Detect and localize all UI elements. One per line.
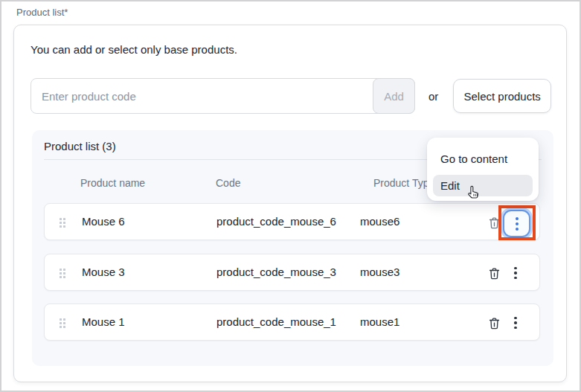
cell-product-type: mouse3: [360, 266, 399, 278]
drag-handle-icon[interactable]: [60, 269, 65, 278]
select-products-button[interactable]: Select products: [453, 79, 551, 113]
cell-product-name: Mouse 1: [82, 315, 125, 328]
kebab-icon: [516, 217, 519, 231]
product-code-input-wrap: Add: [31, 78, 415, 114]
trash-icon: [487, 316, 501, 330]
trash-icon: [487, 266, 501, 280]
table-row: Mouse 6 product_code_mouse_6 mouse6: [44, 203, 540, 240]
kebab-icon: [514, 317, 517, 330]
table-row: Mouse 1 product_code_mouse_1 mouse1: [44, 303, 540, 341]
drag-handle-icon[interactable]: [60, 218, 65, 228]
table-row: Mouse 3 product_code_mouse_3 mouse3: [44, 254, 540, 291]
delete-button[interactable]: [485, 264, 503, 282]
delete-button[interactable]: [485, 213, 503, 231]
delete-button[interactable]: [485, 314, 503, 332]
or-label: or: [428, 90, 438, 103]
kebab-icon: [514, 267, 517, 280]
column-header-product-name: Product name: [80, 177, 145, 189]
cell-product-type: mouse6: [360, 215, 399, 228]
menu-item-edit[interactable]: Edit: [433, 175, 533, 196]
cell-code: product_code_mouse_1: [216, 315, 336, 328]
row-context-menu: Go to content Edit: [427, 138, 539, 201]
kebab-menu-button[interactable]: [507, 314, 524, 332]
drag-handle-icon[interactable]: [60, 318, 65, 328]
product-list-card: You can add or select only base products…: [13, 25, 567, 382]
screenshot-frame: Product list* You can add or select only…: [0, 0, 581, 392]
cell-product-type: mouse1: [360, 315, 399, 328]
panel-title: Product list (3): [44, 140, 116, 152]
kebab-menu-button[interactable]: [507, 264, 524, 282]
kebab-menu-button-active[interactable]: [503, 210, 530, 237]
field-label: Product list*: [16, 7, 68, 18]
cell-product-name: Mouse 6: [82, 215, 125, 228]
trash-icon: [487, 216, 501, 230]
column-header-code: Code: [216, 177, 240, 189]
hint-text: You can add or select only base products…: [31, 43, 237, 56]
add-button[interactable]: Add: [373, 78, 415, 114]
cell-product-name: Mouse 3: [82, 266, 125, 278]
product-code-input[interactable]: [31, 78, 415, 114]
add-row: Add or Select products: [31, 78, 551, 114]
cell-code: product_code_mouse_3: [216, 266, 336, 278]
menu-item-go-to-content[interactable]: Go to content: [433, 148, 533, 170]
column-header-product-type: Product Type: [373, 177, 434, 189]
cell-code: product_code_mouse_6: [216, 215, 336, 228]
